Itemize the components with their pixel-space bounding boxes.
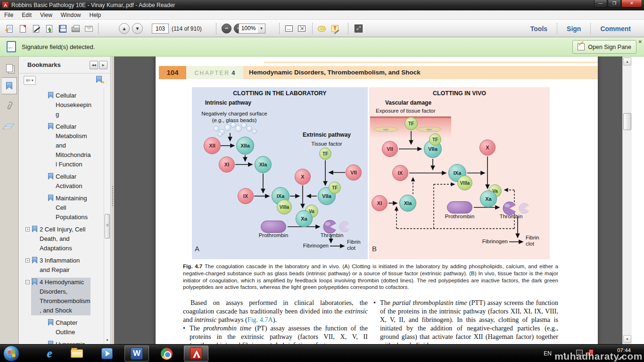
open-file-icon[interactable]	[4, 23, 16, 34]
bookmarks-tab-icon[interactable]	[2, 77, 17, 94]
zoom-out-button[interactable]: −	[222, 24, 231, 33]
bookmark-item[interactable]: Hyperemia and	[19, 340, 103, 344]
save-icon[interactable]	[57, 23, 68, 34]
factor-node-tf: TF	[429, 133, 441, 146]
attachments-icon[interactable]	[2, 97, 17, 114]
bookmark-item[interactable]: Cellular Metabolism and Mitochondrial Fu…	[19, 122, 103, 169]
internet-explorer-icon[interactable]: e	[41, 346, 58, 361]
thrombin-shape	[323, 220, 340, 234]
email-icon[interactable]	[83, 23, 95, 34]
factor-node-x: X	[479, 140, 495, 156]
bookmark-item[interactable]: Cellular Housekeeping	[19, 91, 103, 119]
intrinsic-pathway-label: Intrinsic pathway	[205, 99, 251, 106]
adobe-reader-taskbar-button[interactable]	[184, 346, 208, 362]
sign-document-icon[interactable]	[30, 23, 42, 34]
collapse-icon[interactable]: −	[25, 280, 30, 284]
save-copy-icon[interactable]	[17, 23, 29, 34]
scrollbar-thumb[interactable]	[105, 214, 110, 239]
lab-panel-title: CLOTTING IN THE LABORATORY	[192, 90, 368, 97]
bookmark-icon	[48, 123, 53, 169]
menu-bar: File Edit View Window Help	[0, 10, 644, 20]
factor-node-vii: VII	[346, 165, 362, 181]
vivo-panel-title: CLOTTING IN VIVO	[369, 90, 550, 97]
panel-letter-b: B	[372, 245, 377, 253]
figure-reference-link[interactable]: Fig. 4.7A	[248, 316, 273, 323]
next-page-button[interactable]: ▼	[132, 23, 143, 34]
title-bar[interactable]: Robbins Basic Pathology 10E - Vinay Kuma…	[0, 0, 644, 10]
close-button[interactable]: ✕	[621, 0, 642, 8]
body-column-left: Based on assays performed in clinical la…	[183, 298, 368, 344]
menu-edit[interactable]: Edit	[17, 11, 36, 19]
expand-icon[interactable]: +	[25, 258, 30, 263]
chapter-title: Hemodynamic Disorders, Thromboembolism, …	[243, 66, 598, 79]
factor-node-tf: TF	[319, 148, 331, 160]
bookmark-item[interactable]: +3 Inflammation and Repair	[19, 256, 103, 275]
windows-flag-icon	[8, 350, 16, 358]
pdf-page: 104 CHAPTER4 Hemodynamic Disorders, Thro…	[156, 57, 598, 344]
expand-panel-icon[interactable]: ▶	[99, 61, 107, 69]
scrollbar-thumb[interactable]	[623, 113, 631, 130]
notification-close-icon[interactable]: ✕	[637, 38, 643, 45]
taskbar: e W EN ▲ 07:44 ص muhadharaty.com	[0, 344, 644, 362]
bookmark-item[interactable]: +2 Cell Injury, Cell Death, and Adaptati…	[19, 225, 103, 253]
bookmark-icon	[48, 319, 53, 337]
menu-file[interactable]: File	[0, 11, 17, 19]
minimize-button[interactable]: —	[594, 0, 607, 8]
open-sign-pane-button[interactable]: Open Sign Pane	[572, 40, 636, 54]
zoom-level-select[interactable]: 100%	[239, 24, 258, 33]
print-icon[interactable]	[70, 23, 82, 34]
prothrombin-shape	[447, 201, 472, 214]
restore-button[interactable]: ❐	[608, 0, 621, 8]
menu-help[interactable]: Help	[85, 11, 106, 19]
media-player-icon[interactable]	[99, 346, 115, 361]
tools-button[interactable]: Tools	[521, 22, 557, 35]
windows-explorer-icon[interactable]	[69, 346, 85, 361]
expand-icon[interactable]: +	[25, 227, 30, 231]
bookmark-item-selected[interactable]: −4 Hemodynamic Disorders, Thromboembolis…	[19, 278, 103, 315]
word-taskbar-button[interactable]: W	[124, 346, 149, 362]
previous-page-button[interactable]: ▲	[119, 23, 130, 34]
scroll-down-icon[interactable]: ▼	[623, 335, 631, 343]
bookmark-options-button[interactable]: 8≡ ▾	[24, 76, 36, 85]
sticky-note-button[interactable]	[316, 23, 328, 34]
factor-node-xa: Xa	[480, 190, 497, 207]
vascular-damage-label: Vascular damage	[385, 99, 431, 106]
bookmark-icon	[32, 279, 37, 315]
bookmarks-scrollbar[interactable]: ▼	[104, 88, 110, 344]
thrombin-ghost-shape	[519, 203, 532, 214]
language-indicator[interactable]: EN	[544, 350, 552, 357]
bookmark-item[interactable]: Chapter Outline	[19, 318, 103, 337]
bookmark-item[interactable]: Maintaining Cell Populations	[19, 194, 103, 222]
paperclip-icon	[5, 101, 14, 110]
collapse-panel-icon[interactable]: ◀◀	[90, 61, 98, 69]
sign-button[interactable]: Sign	[557, 22, 590, 35]
document-scrollbar[interactable]: ▲ ▼	[622, 57, 632, 344]
thrombin-ghost-shape	[339, 221, 352, 232]
adobe-reader-window: Robbins Basic Pathology 10E - Vinay Kuma…	[0, 0, 644, 362]
send-upload-icon[interactable]	[43, 23, 55, 34]
menu-window[interactable]: Window	[57, 11, 85, 19]
bead-icon	[224, 124, 231, 131]
new-bookmark-icon[interactable]	[95, 75, 104, 84]
chrome-icon[interactable]	[158, 346, 174, 361]
layers-icon[interactable]	[2, 117, 17, 134]
highlight-button[interactable]: T	[329, 23, 341, 34]
page-number-input[interactable]	[152, 24, 169, 33]
factor-node-xiia: XIIa	[236, 137, 254, 155]
bead-icon	[252, 129, 257, 134]
fit-window-button[interactable]	[296, 23, 307, 34]
panel-letter-a: A	[195, 245, 199, 253]
scroll-up-icon[interactable]: ▲	[623, 58, 631, 66]
fit-width-button[interactable]	[283, 23, 295, 34]
toolbar: ▲ ▼ (114 of 910) − + 100% ▼ T Tools Sign…	[0, 20, 644, 37]
scroll-down-icon[interactable]: ▼	[105, 337, 110, 344]
bookmarks-panel: Bookmarks ◀◀ ▶ 8≡ ▾ Cellular Housekeepin…	[19, 57, 111, 344]
page-thumbnails-icon[interactable]	[2, 59, 17, 76]
zoom-caret-icon[interactable]: ▼	[258, 24, 265, 33]
menu-view[interactable]: View	[36, 11, 57, 19]
bookmark-item[interactable]: Cellular Activation	[19, 172, 103, 191]
bead-icon	[235, 125, 242, 132]
comment-button[interactable]: Comment	[591, 22, 640, 35]
start-button[interactable]	[3, 346, 19, 362]
fullscreen-button[interactable]	[353, 23, 364, 34]
